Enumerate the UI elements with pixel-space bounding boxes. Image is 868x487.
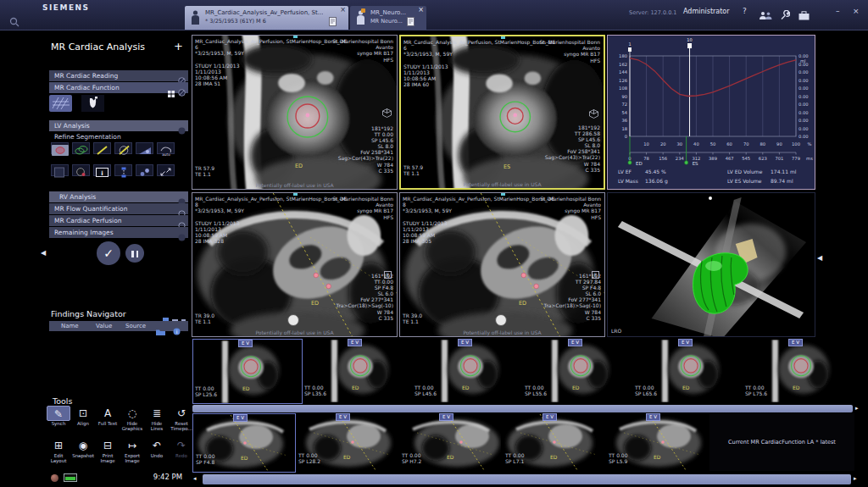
filmstrip-thumbnail[interactable]: E VTT 0.00SP L55.6ED: [523, 339, 633, 404]
ventricle-edit-button[interactable]: [81, 95, 104, 112]
segmentation-3d-view[interactable]: LRO: [607, 192, 815, 337]
volume-time-chart[interactable]: 018365472901081261441621800.000.000.000.…: [608, 36, 815, 168]
resize-handle-icon[interactable]: [293, 193, 298, 196]
info-box-icon[interactable]: i: [93, 164, 111, 176]
angle-tool-icon[interactable]: [136, 142, 153, 154]
close-tab-icon[interactable]: ×: [340, 6, 346, 14]
filmstrip-thumbnail[interactable]: E VTT 0.00SP L35.6ED: [303, 339, 413, 404]
user-menu[interactable]: Administrator: [683, 8, 730, 15]
pen-icon[interactable]: [93, 142, 111, 154]
filmstrip-thumbnail[interactable]: E VTT 0.00SP L7.1ED: [503, 413, 606, 473]
filmstrip-thumbnail[interactable]: E VTT 0.00SP L5.9ED: [606, 413, 709, 473]
resize-handle-icon[interactable]: [501, 36, 505, 39]
points-icon[interactable]: [136, 164, 153, 176]
toggle-icon[interactable]: [178, 84, 186, 100]
filmstrip-scrollbar-1[interactable]: [192, 405, 853, 412]
auto-contour-icon[interactable]: auto: [157, 142, 175, 154]
resize-handle-icon[interactable]: [501, 193, 505, 196]
thumbnail-image[interactable]: [435, 340, 503, 402]
tool-label: Print Image: [96, 453, 120, 463]
config-wrench-icon[interactable]: [780, 8, 790, 24]
workflow-remaining-images[interactable]: Remaining Images: [49, 227, 188, 238]
tool-hide-lines[interactable]: ≣Hide Lines: [145, 406, 169, 431]
users-icon[interactable]: [760, 8, 772, 24]
scroll-right-arrow[interactable]: ▸: [855, 405, 859, 412]
scroll-right-arrow[interactable]: ▸: [854, 475, 857, 482]
resize-arrows-icon[interactable]: [157, 164, 175, 176]
tool-reset-timepo-[interactable]: ↺Reset Timepo...: [170, 406, 193, 431]
workflow-mr-cardiac-function[interactable]: MR Cardiac Function: [49, 82, 188, 93]
column-name[interactable]: Name: [61, 323, 79, 329]
workflow-mr-cardiac-perfusion[interactable]: MR Cardiac Perfusion: [49, 215, 188, 226]
toggle-icon[interactable]: [178, 122, 186, 138]
close-button[interactable]: ×: [853, 7, 860, 15]
workflow-mr-cardiac-reading[interactable]: MR Cardiac Reading: [49, 70, 188, 81]
tool-snapshot[interactable]: ◉Snapshot: [71, 438, 95, 458]
toggle-icon[interactable]: [178, 229, 186, 245]
filmstrip-thumbnail[interactable]: E VTT 0.00SP L28.2ED: [296, 413, 399, 473]
filmstrip-scrollbar-2[interactable]: [203, 474, 851, 484]
axis-markers-icon[interactable]: [114, 164, 132, 176]
filmstrip-thumbnail[interactable]: E VTT 0.00SP L65.6ED: [633, 339, 743, 404]
accept-button[interactable]: ✓: [97, 241, 120, 265]
overlay-line: MR_Cardiac_Analysis_Av_Perfusion, StMari…: [195, 38, 347, 44]
thumbnail-image[interactable]: [655, 340, 723, 402]
tool-undo[interactable]: ↶Undo: [145, 438, 169, 458]
workflow-mr-flow-quantification[interactable]: MR Flow Quantification: [49, 203, 188, 214]
thumbnail-image[interactable]: [325, 340, 392, 402]
mesh-view-button[interactable]: [49, 95, 72, 112]
roi-red-icon[interactable]: [51, 142, 69, 154]
help-icon[interactable]: ?: [743, 7, 747, 15]
resize-handle-icon[interactable]: [293, 36, 298, 38]
droplet-icon[interactable]: [72, 164, 90, 176]
filmstrip-thumbnail[interactable]: E VTT 0.00SP F4.8ED: [192, 413, 296, 473]
tool-hide-graphics[interactable]: ◌Hide Graphics: [120, 406, 144, 431]
close-tab-icon[interactable]: ×: [418, 6, 424, 14]
collapse-right-arrow[interactable]: ◀: [817, 254, 822, 262]
section-lv-analysis[interactable]: LV Analysis: [49, 120, 188, 131]
roi-green-icon[interactable]: [72, 142, 90, 154]
thumbnail-image[interactable]: [545, 340, 613, 402]
tool-full-text[interactable]: AFull Text: [96, 406, 120, 426]
scroll-left-arrow[interactable]: ◂: [193, 475, 197, 482]
findings-table-header[interactable]: Name Value Source i: [49, 321, 188, 331]
filmstrip-thumbnail[interactable]: E VTT 0.00SP L25.6ED: [192, 339, 303, 404]
filmstrip-thumbnail[interactable]: E VTT 0.00SP L75.6ED: [743, 339, 854, 404]
filmstrip-thumbnail[interactable]: E VTT 0.00SP L45.6ED: [413, 339, 523, 404]
document-icon[interactable]: [329, 14, 337, 30]
layout-grid-icon[interactable]: [168, 85, 175, 101]
tab-title: MR_Neuro...: [370, 9, 406, 16]
add-workflow-button[interactable]: +: [174, 40, 183, 53]
image-text-top-right: St.-Marienhospital BonnAvantosyngo MR B1…: [540, 196, 601, 220]
briefcase-icon[interactable]: [798, 8, 810, 24]
thumbnail-image[interactable]: [765, 340, 833, 402]
tool-edit-layout[interactable]: ⊞Edit Layout: [47, 438, 70, 463]
overlay-line: Avanto: [332, 44, 393, 50]
viewport-2[interactable]: MR_Cardiac_Analysis_Av_Perfusion, StMari…: [399, 35, 605, 190]
viewport-3[interactable]: MR_Cardiac_Analysis_Av_Perfusion, StMari…: [192, 192, 398, 337]
fill-square-icon[interactable]: [51, 164, 69, 176]
info-icon[interactable]: i: [173, 323, 181, 339]
patient-tab-1[interactable]: MR_Cardiac_Analysis_Av_Perfusion, St...*…: [185, 6, 348, 30]
filmstrip-thumbnail[interactable]: E VTT 0.00SP H7.2ED: [399, 413, 503, 473]
pen-circle-icon[interactable]: [114, 142, 132, 154]
minimize-button[interactable]: –: [836, 7, 840, 15]
collapse-panel-arrow[interactable]: ◀: [41, 249, 46, 257]
tool-export-image[interactable]: ↦Export Image: [120, 438, 144, 463]
volume-curve-panel[interactable]: 018365472901081261441621800.000.000.000.…: [607, 35, 815, 190]
search-icon[interactable]: [9, 14, 19, 30]
pause-button[interactable]: [125, 244, 144, 263]
column-source[interactable]: Source: [125, 323, 146, 329]
column-value[interactable]: Value: [96, 323, 112, 329]
tool-synch[interactable]: ✎Synch: [47, 406, 70, 426]
document-icon[interactable]: [407, 14, 415, 30]
viewport-1[interactable]: MR_Cardiac_Analysis_Av_Perfusion, StMari…: [192, 35, 398, 190]
tool-print-image[interactable]: ⊟Print Image: [96, 438, 120, 463]
section-rv-analysis[interactable]: RV Analysis: [49, 191, 188, 202]
folder-icon[interactable]: [156, 323, 165, 339]
thumbnail-image[interactable]: [215, 340, 283, 403]
tool-label: Undo: [145, 453, 169, 458]
viewport-4[interactable]: MR_Cardiac_Analysis_Av_Perfusion, StMari…: [399, 192, 605, 337]
patient-tab-2[interactable]: MR_Neuro...MR Neuro...×: [350, 6, 426, 30]
tool-align[interactable]: ⊡Align: [71, 406, 95, 426]
